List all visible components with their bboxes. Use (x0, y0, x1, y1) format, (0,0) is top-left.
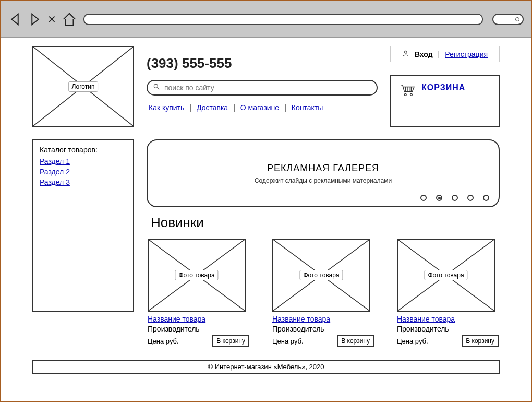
product-photo-label: Фото товара (299, 270, 343, 280)
product-name-link[interactable]: Название товара (272, 315, 330, 323)
site-search-input[interactable]: поиск по сайту (147, 80, 378, 96)
gallery-dot-5[interactable] (483, 195, 489, 201)
user-icon (402, 50, 409, 58)
product-price: Цена руб. (272, 337, 304, 345)
add-to-cart-button[interactable]: В корзину (337, 335, 374, 347)
cart-icon (400, 83, 415, 99)
header-nav: Как купить | Доставка | О магазине | Кон… (147, 100, 378, 115)
product-card: Фото товара Название товара Производител… (397, 239, 499, 347)
nav-link-how-to-buy[interactable]: Как купить (149, 103, 184, 112)
gallery-dot-4[interactable] (467, 195, 474, 201)
svg-point-4 (405, 51, 407, 53)
product-name-link[interactable]: Название товара (148, 315, 205, 323)
catalog-link-3[interactable]: Раздел 3 (40, 178, 127, 186)
svg-point-2 (154, 84, 158, 88)
add-to-cart-button[interactable]: В корзину (212, 335, 249, 347)
nav-link-contacts[interactable]: Контакты (292, 103, 323, 112)
footer: © Интернет-магазин «Мебель», 2020 (32, 360, 500, 374)
product-photo-label: Фото товара (175, 270, 218, 280)
login-link[interactable]: Вход (415, 50, 433, 58)
auth-box: Вход | Регистрация (390, 46, 500, 62)
promo-gallery: РЕКЛАМНАЯ ГАЛЕРЕЯ Содержит слайды с рекл… (147, 139, 500, 207)
forward-button[interactable] (26, 12, 42, 27)
gallery-desc: Содержит слайды с рекламными материалами (255, 177, 392, 184)
gallery-title: РЕКЛАМНАЯ ГАЛЕРЕЯ (267, 163, 379, 174)
product-price: Цена руб. (148, 337, 179, 345)
catalog-link-2[interactable]: Раздел 2 (40, 168, 127, 176)
product-photo: Фото товара (397, 239, 495, 312)
svg-point-9 (404, 93, 406, 96)
cart-box[interactable]: КОРЗИНА (390, 75, 500, 127)
address-bar[interactable] (83, 14, 483, 25)
search-placeholder: поиск по сайту (164, 84, 371, 92)
stop-button[interactable]: ✕ (44, 12, 59, 27)
nav-link-delivery[interactable]: Доставка (197, 103, 228, 112)
products-row: Фото товара Название товара Производител… (147, 234, 500, 350)
product-photo: Фото товара (148, 239, 246, 312)
home-button[interactable] (62, 12, 77, 27)
browser-chrome: ✕ (1, 1, 531, 38)
catalog-link-1[interactable]: Раздел 1 (40, 157, 127, 165)
product-name-link[interactable]: Название товара (397, 315, 455, 323)
gallery-dots (420, 195, 489, 201)
product-manufacturer: Производитель (272, 325, 374, 333)
gallery-dot-1[interactable] (420, 195, 427, 201)
gallery-dot-2[interactable] (436, 195, 442, 201)
logo-label: Логотип (68, 81, 99, 92)
product-photo-label: Фото товара (424, 270, 467, 280)
logo-placeholder: Логотип (32, 46, 134, 127)
gallery-dot-3[interactable] (452, 195, 458, 201)
product-card: Фото товара Название товара Производител… (148, 239, 249, 347)
nav-link-about[interactable]: О магазине (240, 103, 279, 112)
svg-line-3 (158, 88, 160, 90)
svg-point-10 (410, 93, 413, 96)
product-price: Цена руб. (397, 337, 428, 345)
register-link[interactable]: Регистрация (445, 50, 488, 58)
product-manufacturer: Производитель (397, 325, 499, 333)
cart-link[interactable]: КОРЗИНА (421, 83, 465, 92)
new-products-title: Новинки (151, 215, 500, 231)
search-icon (153, 83, 160, 92)
browser-search-field[interactable] (492, 14, 524, 25)
product-card: Фото товара Название товара Производител… (272, 239, 374, 347)
product-manufacturer: Производитель (148, 325, 249, 333)
catalog-sidebar: Каталог товаров: Раздел 1 Раздел 2 Разде… (32, 139, 134, 312)
back-button[interactable] (8, 12, 24, 27)
catalog-title: Каталог товаров: (40, 146, 127, 154)
add-to-cart-button[interactable]: В корзину (462, 335, 499, 347)
phone-number: (393) 555-555 (147, 55, 378, 72)
product-photo: Фото товара (272, 239, 370, 312)
